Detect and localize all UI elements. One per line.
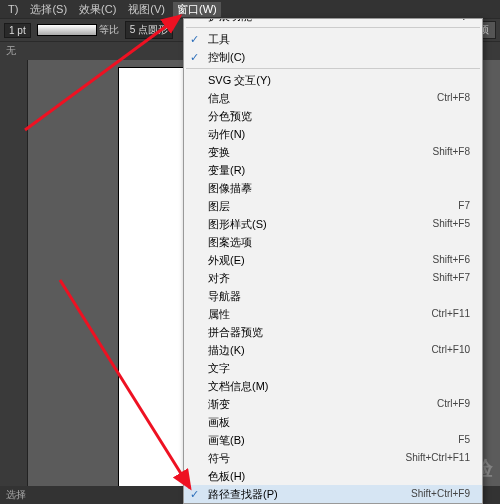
menu-item[interactable]: 画笔(B)F5	[184, 431, 482, 449]
menu-item-label: 图层	[208, 199, 230, 213]
menu-separator	[186, 68, 480, 69]
menu-item-label: 图案选项	[208, 235, 252, 249]
menu-item-label: 外观(E)	[208, 253, 245, 267]
menu-item-window[interactable]: 窗口(W)	[173, 2, 221, 17]
menu-item[interactable]: 拼合器预览	[184, 323, 482, 341]
menu-item-label: 变换	[208, 145, 230, 159]
menu-item[interactable]: 分色预览	[184, 107, 482, 125]
menu-item-label: 渐变	[208, 397, 230, 411]
menu-item[interactable]: 动作(N)	[184, 125, 482, 143]
check-icon: ✓	[190, 32, 199, 46]
menu-item-label: 控制(C)	[208, 50, 245, 64]
menu-item-label: 符号	[208, 451, 230, 465]
menu-item[interactable]: ✓控制(C)	[184, 48, 482, 66]
menu-item[interactable]: 图层F7	[184, 197, 482, 215]
menu-item[interactable]: 图像描摹	[184, 179, 482, 197]
menu-item-label: 变量(R)	[208, 163, 245, 177]
check-icon: ✓	[190, 50, 199, 64]
menu-item-label: 色板(H)	[208, 469, 245, 483]
menu-separator	[186, 27, 480, 28]
menu-item[interactable]: 扩展功能▶	[184, 18, 482, 25]
menu-item-label: 导航器	[208, 289, 241, 303]
menu-item[interactable]: 图形样式(S)Shift+F5	[184, 215, 482, 233]
menu-item-label: 工具	[208, 32, 230, 46]
menu-item-shortcut: Shift+Ctrl+F9	[393, 487, 470, 501]
brush-name-field[interactable]: 5 点圆形	[125, 21, 173, 39]
panel-label: 无	[6, 44, 16, 58]
menu-item-shortcut: Shift+F5	[414, 217, 470, 231]
stroke-profile-swatch[interactable]	[37, 24, 97, 36]
menu-item[interactable]: ✓路径查找器(P)Shift+Ctrl+F9	[184, 485, 482, 503]
menu-item[interactable]: 渐变Ctrl+F9	[184, 395, 482, 413]
menu-item[interactable]: 属性Ctrl+F11	[184, 305, 482, 323]
menu-item-view[interactable]: 视图(V)	[124, 2, 169, 17]
menu-item-label: 图像描摹	[208, 181, 252, 195]
menu-item-t[interactable]: T)	[4, 3, 22, 15]
menu-item-label: 图形样式(S)	[208, 217, 267, 231]
menu-item[interactable]: 符号Shift+Ctrl+F11	[184, 449, 482, 467]
menu-item-label: 拼合器预览	[208, 325, 263, 339]
menu-item-label: 扩展功能	[208, 18, 252, 23]
menu-item-label: 路径查找器(P)	[208, 487, 278, 501]
menu-item-shortcut: Shift+F6	[414, 253, 470, 267]
window-menu-dropdown[interactable]: ▲ 新建窗口(W)排列(A)▶工作区▶扩展功能▶✓工具✓控制(C)SVG 交互(…	[183, 18, 483, 504]
menu-item[interactable]: 变量(R)	[184, 161, 482, 179]
check-icon: ✓	[190, 487, 199, 501]
menu-item[interactable]: 文字	[184, 359, 482, 377]
tool-rail	[0, 60, 28, 504]
menu-item-shortcut: Ctrl+F10	[413, 343, 470, 357]
submenu-arrow-icon: ▶	[463, 18, 470, 23]
menu-item[interactable]: 色板(H)	[184, 467, 482, 485]
menu-item-label: SVG 交互(Y)	[208, 73, 271, 87]
profile-label: 等比	[99, 23, 119, 37]
status-label: 选择	[6, 488, 26, 502]
menu-item-select[interactable]: 选择(S)	[26, 2, 71, 17]
menu-item[interactable]: 外观(E)Shift+F6	[184, 251, 482, 269]
menu-item[interactable]: 文档信息(M)	[184, 377, 482, 395]
menu-item-label: 画板	[208, 415, 230, 429]
menu-item[interactable]: 描边(K)Ctrl+F10	[184, 341, 482, 359]
menu-item-label: 文字	[208, 361, 230, 375]
menu-item-label: 信息	[208, 91, 230, 105]
menu-item-label: 属性	[208, 307, 230, 321]
menu-item-effect[interactable]: 效果(C)	[75, 2, 120, 17]
menu-item-shortcut: Ctrl+F9	[419, 397, 470, 411]
menu-item[interactable]: SVG 交互(Y)	[184, 71, 482, 89]
menu-item-label: 动作(N)	[208, 127, 245, 141]
stroke-weight-field[interactable]: 1 pt	[4, 23, 31, 38]
menubar: T) 选择(S) 效果(C) 视图(V) 窗口(W)	[0, 0, 500, 18]
menu-item-shortcut: F7	[440, 199, 470, 213]
menu-item-label: 文档信息(M)	[208, 379, 269, 393]
menu-item-shortcut: Ctrl+F8	[419, 91, 470, 105]
menu-item[interactable]: 导航器	[184, 287, 482, 305]
menu-item-shortcut: Ctrl+F11	[413, 307, 470, 321]
menu-item[interactable]: 变换Shift+F8	[184, 143, 482, 161]
menu-item-label: 描边(K)	[208, 343, 245, 357]
menu-item[interactable]: 图案选项	[184, 233, 482, 251]
menu-item-shortcut: Shift+F7	[414, 271, 470, 285]
menu-item[interactable]: 画板	[184, 413, 482, 431]
menu-item[interactable]: 信息Ctrl+F8	[184, 89, 482, 107]
menu-item-shortcut: F5	[440, 433, 470, 447]
menu-item-shortcut: Shift+F8	[414, 145, 470, 159]
menu-item[interactable]: ✓工具	[184, 30, 482, 48]
menu-item[interactable]: 对齐Shift+F7	[184, 269, 482, 287]
menu-item-label: 分色预览	[208, 109, 252, 123]
menu-item-label: 画笔(B)	[208, 433, 245, 447]
menu-item-shortcut: Shift+Ctrl+F11	[388, 451, 470, 465]
menu-item-label: 对齐	[208, 271, 230, 285]
